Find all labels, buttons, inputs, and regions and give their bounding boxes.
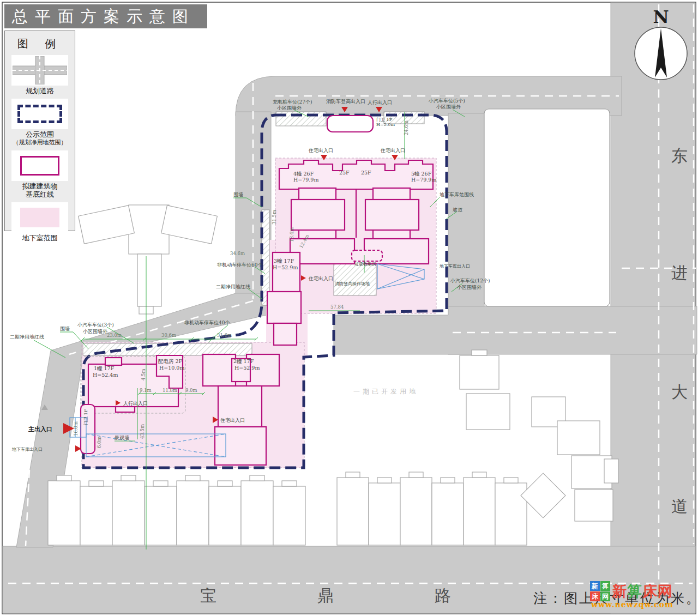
legend-title: 图 例 [5, 37, 75, 51]
label-car-park-sw-1: 小汽车车位(3个) [77, 322, 114, 328]
label-nonmotor-s: 非机动车停车位40个 [184, 320, 230, 325]
road-name-south-3: 路 [435, 586, 451, 605]
building-label-power-1: 配电房 2F [158, 358, 183, 364]
label-car-park-ne-2: 小区围墙外 [436, 104, 461, 110]
neighbor-parcel-block [484, 109, 610, 306]
watermark: 新 箅 床 网 新箅床网 www.newzqw.com [590, 581, 697, 615]
legend-redline-label-1: 拟建建筑物 [5, 182, 75, 190]
label-car-park-sw-2: 小区围墙外 [82, 329, 108, 334]
building-label-power-2: H=10.0m [159, 365, 184, 371]
legend-redline-tile [11, 150, 68, 181]
legend-road-tile [11, 55, 68, 86]
building-label-4-1: 4幢 26F [293, 171, 314, 177]
dim-23m: 23.0m [107, 333, 122, 338]
building-label-25b: 25F [361, 170, 371, 176]
legend-boundary-tile [11, 99, 68, 129]
building-label-2-1: 2幢 17F [233, 358, 254, 364]
label-ev-parking-1: 充电桩车位(27个) [273, 99, 312, 105]
watermark-logo-char: 新 [590, 581, 600, 591]
label-res-entrance-nw: 住宅出入口 [308, 148, 333, 153]
dim-34-6m: 34.6m [230, 251, 245, 256]
label-gatehouse-w: 门卫 1F [83, 409, 88, 425]
building-label-3-1: 3幢 17F [274, 258, 294, 264]
page-title: 总平面方案示意图 [4, 4, 207, 28]
road-name-south-1: 宝 [200, 586, 216, 605]
label-gatehouse-n-1: 门卫 1F [376, 117, 393, 122]
dim-57-84: 57.84 [330, 304, 344, 310]
existing-building-row-southwest [48, 475, 305, 545]
legend-panel: 图 例 规划道路 公示范围 （规划净用地范围） 拟建建筑物 基底红线 地下室范围 [4, 31, 75, 231]
dim-9-0m: 9.0m [185, 388, 197, 393]
label-garage-entrance-w: 地下车库出入口 [11, 447, 43, 452]
building-label-25a: 25F [339, 170, 350, 176]
label-wall-w: 围墙 [233, 192, 243, 197]
label-car-park-e-2: 小区围墙外 [456, 285, 482, 290]
basement-swatch [20, 208, 59, 227]
legend-basement-label: 地下室范围 [5, 234, 75, 242]
building-label-4-2: H=79.9m [293, 177, 318, 183]
road-name-south-2: 鼎 [317, 586, 334, 605]
dim-24-6m: 24.6m [404, 120, 409, 135]
watermark-url: www.newzqw.com [591, 600, 697, 609]
dim-43-5m: 43.5m [140, 424, 145, 439]
label-trash-house: 垃圾收集房 [354, 262, 376, 267]
label-car-park-e-1: 小汽车车位(12个) [450, 278, 490, 283]
building-label-1-2: H=52.4m [93, 372, 118, 378]
dim-6-0m: 6.0m [97, 436, 102, 448]
label-car-park-ne-1: 小汽车车位(5个) [428, 98, 465, 104]
dim-4-5m: 4.5m [141, 369, 146, 381]
trash-house [352, 250, 382, 261]
watermark-logo-icon: 新 箅 床 网 [590, 581, 610, 601]
redline-swatch [20, 156, 59, 176]
dim-30m: 30.6m [161, 333, 176, 338]
label-ped-entrance-n: 人行出入口 [368, 100, 392, 105]
label-gatehouse-n-2: H=5.0m [376, 122, 395, 127]
site-plan-page: 充电桩车位(27个) 小区围墙外 消防车登高出入口 人行出入口 小汽车车位(5个… [0, 0, 698, 616]
building-label-5-2: H=79.9m [411, 177, 436, 183]
dim-11-8m: 11.8m [163, 388, 177, 393]
label-garage-range-line: 地下车库范围线 [439, 192, 474, 197]
existing-building-row-south [337, 472, 527, 545]
label-wall-sw: 围墙 [60, 326, 70, 331]
dim-9-1m: 9.1m [140, 388, 152, 393]
road-name-east-3: 大 [671, 382, 688, 401]
dim-13-4m: 13.4m [289, 227, 294, 242]
building-label-1-1: 1幢 17F [94, 365, 115, 371]
legend-boundary-label-2: （规划净用地范围） [5, 138, 75, 147]
road-name-east-2: 进 [671, 263, 688, 282]
label-landscape-wall: 景观墙 [115, 435, 129, 440]
dim-31m: 31.6m [217, 333, 232, 338]
north-label: N [653, 7, 669, 27]
legend-basement-tile [11, 202, 68, 233]
dim-16-0m: 16.0m [73, 421, 79, 436]
label-res-entrance-s: 住宅出入口 [220, 418, 245, 423]
label-garage-entrance-e: 地下车库出入口 [439, 264, 470, 269]
label-nonmotor-w: 非机动车停车位60个 [217, 262, 262, 268]
label-ped-entrance-s: 人行出入口 [123, 401, 148, 406]
label-ramp: 坡道 [452, 207, 462, 213]
site-plan-canvas: 充电桩车位(27个) 小区围墙外 消防车登高出入口 人行出入口 小汽车车位(5个… [0, 0, 698, 616]
boundary-swatch [17, 105, 62, 123]
road-name-east-4: 道 [671, 497, 688, 516]
legend-boundary-label-1: 公示范围 [5, 130, 75, 138]
building-label-2-2: H=52.9m [234, 365, 260, 371]
watermark-logo-char: 箅 [600, 581, 610, 591]
label-phase2-redline-w: 二期净用地红线 [216, 284, 250, 289]
watermark-name: 新箅床网 [612, 582, 673, 601]
planned-road-icon [13, 56, 67, 84]
label-fire-field: 消防登高操作场地 [335, 281, 370, 286]
legend-redline-label-2: 基底红线 [5, 190, 75, 198]
building-label-3-2: H=52.9m [273, 264, 298, 270]
label-res-entrance-ne: 住宅出入口 [380, 148, 405, 153]
label-res-entrance-mid: 住宅出入口 [308, 276, 333, 281]
label-ev-parking-2: 小区围墙外 [276, 105, 302, 111]
label-phase1-land: 一期已开发用地 [353, 388, 418, 395]
existing-building-nw [79, 205, 218, 314]
label-main-entrance: 主出入口 [28, 426, 52, 433]
gatehouse-north [327, 116, 373, 132]
road-name-east-1: 东 [671, 146, 688, 165]
label-phase2-redline-sw: 二期净用地红线 [10, 334, 44, 340]
legend-road-label: 规划道路 [5, 87, 75, 95]
label-fire-access: 消防车登高出入口 [326, 99, 365, 104]
building-label-5-1: 5幢 26F [411, 171, 432, 177]
